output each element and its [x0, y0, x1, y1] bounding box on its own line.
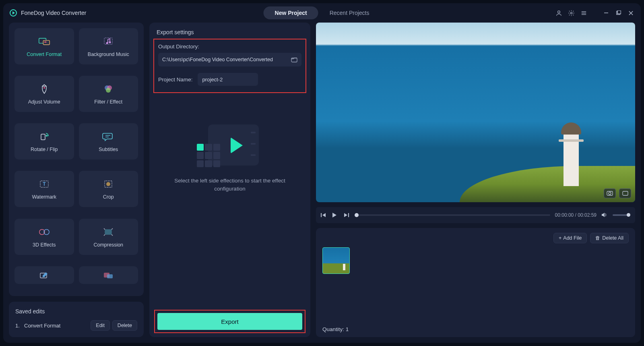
titlebar: FoneDog Video Converter New Project Rece…: [3, 3, 641, 23]
delete-saved-button[interactable]: Delete: [112, 320, 137, 331]
add-file-button[interactable]: +Add File: [553, 233, 587, 243]
rotate-flip-icon: [38, 131, 50, 143]
svg-rect-14: [104, 38, 112, 44]
svg-rect-32: [105, 230, 111, 234]
export-panel: Export settings Output Directory: C:\Use…: [149, 23, 310, 337]
output-directory-input[interactable]: C:\Users\pc\FoneDog Video Converter\Conv…: [158, 53, 301, 66]
menu-icon[interactable]: [580, 10, 587, 17]
svg-marker-22: [45, 135, 47, 137]
maximize-button[interactable]: [615, 10, 622, 17]
svg-rect-44: [348, 213, 349, 217]
tool-convert-format[interactable]: Convert Format: [14, 28, 74, 64]
output-directory-value: C:\Users\pc\FoneDog Video Converter\Conv…: [162, 57, 273, 62]
minimize-button[interactable]: [603, 10, 609, 17]
video-preview[interactable]: [316, 23, 635, 202]
volume-icon[interactable]: [601, 212, 608, 218]
saved-item-name: Convert Format: [24, 323, 60, 329]
convert-format-icon: [38, 35, 50, 48]
tool-label: 3D Effects: [33, 242, 56, 248]
tool-3d-effects[interactable]: 3D Effects: [14, 219, 74, 255]
tool-label: Background Music: [88, 52, 129, 57]
preview-frame: [316, 23, 635, 202]
app-window: FoneDog Video Converter New Project Rece…: [3, 3, 641, 343]
prev-button[interactable]: [321, 213, 327, 218]
svg-point-0: [558, 10, 560, 13]
tool-label: Filter / Effect: [94, 99, 122, 105]
export-settings-title: Export settings: [157, 29, 303, 35]
project-tabs: New Project Recent Projects: [264, 6, 381, 19]
screenshot-icon[interactable]: [604, 189, 616, 198]
titlebar-actions: [555, 10, 634, 17]
watermark-icon: T: [38, 178, 50, 190]
svg-rect-21: [41, 134, 45, 140]
svg-rect-7: [617, 10, 621, 14]
svg-point-16: [109, 41, 111, 44]
fullscreen-icon[interactable]: [619, 189, 631, 198]
tool-compression[interactable]: Compression: [79, 219, 138, 255]
browse-folder-icon[interactable]: [291, 57, 297, 62]
svg-rect-35: [107, 274, 113, 278]
adjust-volume-icon: [38, 83, 50, 95]
tool-label: Watermark: [32, 194, 56, 200]
tool-grid: Convert Format Background Music Adjust V…: [14, 28, 138, 290]
svg-point-17: [43, 87, 45, 89]
tab-recent-projects[interactable]: Recent Projects: [318, 6, 381, 19]
svg-point-28: [106, 182, 110, 186]
close-button[interactable]: [627, 10, 634, 17]
tool-watermark[interactable]: T Watermark: [14, 171, 74, 207]
svg-marker-42: [332, 213, 336, 218]
output-directory-label: Output Directory:: [158, 44, 301, 50]
play-button[interactable]: [332, 213, 339, 218]
files-panel: +Add File 🗑Delete All Quantity: 1: [316, 228, 635, 338]
tool-extra-1[interactable]: [14, 266, 74, 284]
svg-rect-39: [623, 191, 628, 195]
gif-icon: [102, 269, 114, 281]
edit-saved-button[interactable]: Edit: [91, 320, 110, 331]
svg-rect-12: [43, 40, 50, 45]
export-button-highlight: Export: [154, 310, 305, 333]
tool-subtitles[interactable]: Subtitles: [79, 123, 138, 160]
project-name-value: project-2: [202, 77, 223, 83]
app-title: FoneDog Video Converter: [21, 10, 86, 16]
file-thumbnail[interactable]: [322, 247, 350, 274]
time-display: 00:00:00 / 00:02:59: [555, 212, 597, 218]
seek-slider[interactable]: [355, 214, 550, 216]
saved-edits-panel: Saved edits 1. Convert Format Edit Delet…: [9, 302, 144, 337]
tool-adjust-volume[interactable]: Adjust Volume: [14, 76, 74, 112]
saved-item-index: 1.: [15, 323, 24, 329]
svg-marker-41: [322, 213, 326, 217]
next-button[interactable]: [343, 213, 350, 218]
3d-effects-icon: [38, 226, 50, 238]
settings-icon[interactable]: [568, 10, 575, 17]
tool-rotate-flip[interactable]: Rotate / Flip: [14, 123, 74, 160]
background-music-icon: [102, 35, 114, 48]
output-settings-highlight: Output Directory: C:\Users\pc\FoneDog Vi…: [153, 39, 306, 93]
tool-extra-2[interactable]: [79, 266, 138, 284]
main-content: Convert Format Background Music Adjust V…: [3, 23, 641, 343]
tool-filter-effect[interactable]: Filter / Effect: [79, 76, 138, 112]
tool-background-music[interactable]: Background Music: [79, 28, 138, 64]
tools-panel: Convert Format Background Music Adjust V…: [9, 23, 144, 296]
tool-label: Crop: [103, 194, 114, 200]
svg-marker-45: [602, 213, 605, 217]
project-name-label: Project Name:: [158, 77, 193, 83]
svg-point-38: [609, 192, 611, 195]
project-name-input[interactable]: project-2: [198, 73, 258, 86]
export-button[interactable]: Export: [157, 313, 302, 330]
tool-crop[interactable]: Crop: [79, 171, 138, 207]
effect-placeholder: Select the left side effections to start…: [157, 124, 303, 193]
saved-edit-item: 1. Convert Format Edit Delete: [15, 320, 137, 331]
svg-marker-43: [344, 213, 347, 217]
delete-all-button[interactable]: 🗑Delete All: [590, 233, 629, 243]
account-icon[interactable]: [555, 10, 562, 17]
tool-label: Convert Format: [27, 52, 62, 57]
svg-point-20: [106, 88, 111, 93]
crop-icon: [102, 178, 114, 190]
preview-column: 00:00:00 / 00:02:59 +Add File 🗑Delete Al…: [316, 23, 635, 337]
subtitles-icon: [102, 131, 114, 143]
svg-rect-40: [321, 213, 322, 217]
sidebar: Convert Format Background Music Adjust V…: [9, 23, 144, 337]
tab-new-project[interactable]: New Project: [264, 6, 318, 19]
volume-slider[interactable]: [613, 214, 630, 216]
tool-label: Rotate / Flip: [31, 147, 58, 152]
